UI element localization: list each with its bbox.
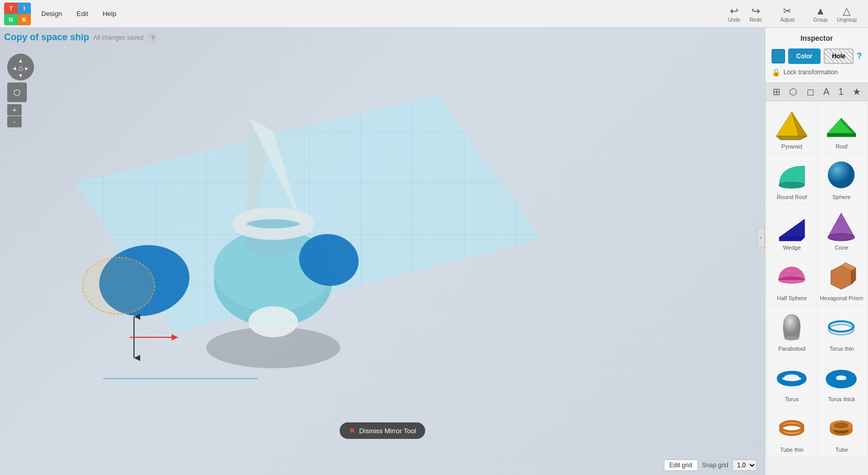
adjust-group: ✂ Adjust	[773, 3, 802, 25]
torus-label: Torus	[785, 396, 799, 402]
group-label: Group	[813, 17, 828, 23]
redo-icon: ↪	[752, 5, 760, 17]
shape-paraboloid[interactable]: Paraboloid	[767, 305, 816, 355]
collapse-chevron-icon: ›	[760, 235, 761, 240]
view-cube[interactable]: ⬡	[7, 83, 27, 102]
group-icon: ▲	[815, 5, 826, 17]
nav-up[interactable]: ▲	[18, 58, 24, 63]
svg-point-55	[834, 422, 848, 429]
color-swatch[interactable]	[772, 49, 785, 63]
shape-sphere[interactable]: Sphere	[817, 154, 866, 203]
inspector-buttons: Color Hole ?	[772, 48, 862, 64]
shapes-grid: Pyramid Roof	[765, 101, 868, 458]
lock-label: Lock transformation	[783, 69, 838, 76]
snap-grid-bar: Edit grid Snap grid 1.0 0.5 0.1	[664, 460, 757, 471]
wedge-label: Wedge	[783, 244, 801, 251]
roof-icon	[824, 106, 860, 142]
redo-button[interactable]: ↪ Redo	[745, 3, 766, 25]
shapes-text-icon[interactable]: A	[820, 86, 832, 99]
hole-button[interactable]: Hole	[824, 48, 854, 64]
shapes-top-bar: ⊞ ⬡ ◻ A 1 ★	[765, 83, 868, 101]
adjust-button[interactable]: ✂ Adjust	[776, 3, 799, 25]
ungroup-button[interactable]: △ Ungroup	[833, 3, 861, 25]
round-roof-label: Round Roof	[777, 194, 807, 200]
svg-point-45	[836, 375, 846, 380]
shapes-hex-icon[interactable]: ⬡	[786, 85, 800, 99]
shapes-square-icon[interactable]: ◻	[804, 85, 817, 99]
shape-cone[interactable]: Cone	[817, 204, 866, 254]
ungroup-label: Ungroup	[837, 17, 857, 23]
group-button[interactable]: ▲ Group	[809, 3, 832, 25]
color-button[interactable]: Color	[788, 48, 821, 64]
group-ungroup-group: ▲ Group △ Ungroup	[806, 3, 864, 25]
snap-value-select[interactable]: 1.0 0.5 0.1	[732, 460, 757, 471]
viewport[interactable]: Copy of space ship All changes saved ? ▲…	[0, 28, 765, 475]
torus-thin-icon	[824, 308, 860, 345]
project-title[interactable]: Copy of space ship	[4, 32, 89, 43]
svg-point-43	[784, 374, 799, 380]
nav-menu: Design Edit Help	[35, 7, 123, 21]
dismiss-mirror-label: Dismiss Mirror Tool	[359, 427, 416, 435]
nav-design[interactable]: Design	[35, 7, 68, 21]
round-roof-icon	[774, 157, 810, 193]
logo[interactable]: T I N K E R C A	[4, 3, 31, 25]
shape-torus-thick[interactable]: Torus thick	[817, 356, 866, 405]
shape-hex-prism[interactable]: Hexagonal Prism	[817, 255, 866, 304]
snap-grid-label: Snap grid	[702, 462, 728, 469]
saved-status: All changes saved	[93, 34, 143, 41]
shape-round-roof[interactable]: Round Roof	[767, 154, 816, 203]
inspector-help-icon[interactable]: ?	[857, 52, 862, 61]
shapes-number-icon[interactable]: 1	[836, 86, 847, 99]
shapes-star-icon[interactable]: ★	[849, 85, 864, 99]
shape-tube[interactable]: Tube	[817, 406, 866, 456]
main-area: Copy of space ship All changes saved ? ▲…	[0, 28, 868, 475]
shape-tube-thin[interactable]: Tube thin	[767, 406, 816, 456]
zoom-out-button[interactable]: -	[7, 116, 22, 127]
svg-point-12	[248, 306, 298, 337]
help-button[interactable]: ?	[147, 32, 158, 43]
half-sphere-icon	[774, 258, 810, 294]
right-panels: Inspector Color Hole ? 🔒 Lock transforma…	[765, 28, 868, 475]
torus-thick-icon	[824, 359, 860, 395]
nav-left[interactable]: ◄	[11, 63, 18, 73]
nav-controls: ▲ ◄ ⌂ ► ▼ ⬡ + -	[7, 54, 34, 127]
shapes-grid-icon[interactable]: ⊞	[770, 85, 783, 99]
shape-roof[interactable]: Roof	[817, 103, 866, 153]
orbit-control[interactable]: ▲ ◄ ⌂ ► ▼	[7, 54, 34, 80]
svg-rect-49	[802, 427, 804, 430]
svg-point-35	[778, 276, 805, 284]
shape-torus-thin[interactable]: Torus thin	[817, 305, 866, 355]
torus-thick-label: Torus thick	[828, 396, 855, 402]
shape-torus[interactable]: Torus	[767, 356, 816, 405]
nav-edit[interactable]: Edit	[70, 7, 94, 21]
dismiss-mirror-button[interactable]: ✕ Dismiss Mirror Tool	[340, 422, 425, 439]
lock-transformation[interactable]: 🔒 Lock transformation	[772, 68, 862, 76]
inspector-panel: Inspector Color Hole ? 🔒 Lock transforma…	[765, 28, 868, 83]
undo-redo-group: ↩ Undo ↪ Redo	[721, 3, 769, 25]
shape-wedge[interactable]: Wedge	[767, 204, 816, 254]
nav-right[interactable]: ►	[24, 63, 30, 73]
svg-point-28	[779, 182, 805, 188]
half-sphere-label: Half Sphere	[777, 295, 807, 301]
redo-label: Redo	[749, 17, 762, 23]
nav-down[interactable]: ▼	[18, 73, 24, 78]
edit-grid-button[interactable]: Edit grid	[664, 460, 698, 471]
nav-help[interactable]: Help	[96, 7, 123, 21]
collapse-sidebar-handle[interactable]: ›	[757, 227, 765, 248]
tube-thin-icon	[774, 410, 810, 446]
tube-thin-label: Tube thin	[780, 447, 804, 453]
nav-home[interactable]: ⌂	[18, 63, 24, 73]
undo-button[interactable]: ↩ Undo	[724, 3, 744, 25]
topbar: T I N K E R C A Design Edit Help ↩ Undo …	[0, 0, 868, 28]
sphere-icon	[824, 157, 860, 193]
svg-point-34	[828, 234, 855, 241]
roof-label: Roof	[836, 143, 847, 150]
wedge-icon	[774, 207, 810, 243]
canvas-area: Copy of space ship All changes saved ? ▲…	[0, 28, 765, 475]
svg-point-39	[784, 336, 799, 340]
shape-half-sphere[interactable]: Half Sphere	[767, 255, 816, 304]
shapes-sidebar: ⊞ ⬡ ◻ A 1 ★ Pyramid	[765, 83, 868, 475]
zoom-in-button[interactable]: +	[7, 104, 22, 116]
shape-pyramid[interactable]: Pyramid	[767, 103, 816, 153]
project-title-bar: Copy of space ship All changes saved ?	[4, 32, 158, 43]
